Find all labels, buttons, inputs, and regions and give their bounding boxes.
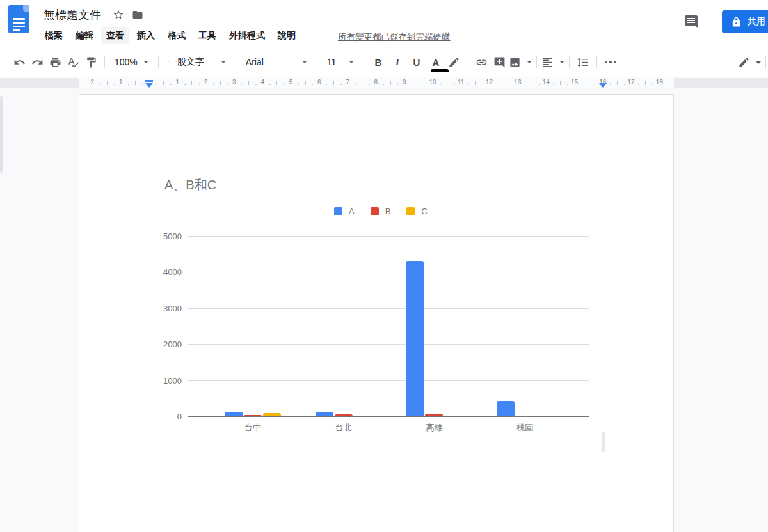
ruler-number: 10 xyxy=(429,79,436,86)
editing-mode-button[interactable] xyxy=(738,54,761,72)
left-indent-marker[interactable] xyxy=(145,83,153,88)
line-spacing-button[interactable] xyxy=(574,53,592,71)
ellipsis-icon xyxy=(605,61,616,63)
ruler-tick xyxy=(305,81,306,85)
ruler-tick xyxy=(589,81,589,85)
legend-swatch xyxy=(371,207,379,215)
menu-item-工具[interactable]: 工具 xyxy=(193,27,221,44)
paint-format-button[interactable] xyxy=(82,53,100,71)
ruler-number: 13 xyxy=(514,79,521,86)
ruler-number: 4 xyxy=(260,79,264,86)
undo-button[interactable] xyxy=(10,53,28,71)
paragraph-style-select[interactable]: 一般文字 xyxy=(163,53,231,71)
bar-A-高雄 xyxy=(406,261,424,416)
menu-bar: 檔案編輯查看插入格式工具外掛程式說明 xyxy=(38,27,302,45)
app-header: 無標題文件 檔案編輯查看插入格式工具外掛程式說明 所有變更都已儲存到雲端硬碟 共… xyxy=(0,0,768,47)
embedded-chart[interactable]: A、B和C ABC 010002000300040005000台中台北高雄桃園 xyxy=(79,95,675,478)
document-page[interactable]: A、B和C ABC 010002000300040005000台中台北高雄桃園 xyxy=(79,94,674,532)
document-canvas[interactable]: A、B和C ABC 010002000300040005000台中台北高雄桃園 xyxy=(0,88,768,532)
redo-button[interactable] xyxy=(28,53,46,71)
move-to-folder-icon[interactable] xyxy=(132,9,143,20)
y-axis-tick-label: 5000 xyxy=(148,231,182,241)
scrollbar-remnant xyxy=(0,96,3,173)
more-options-button[interactable] xyxy=(602,53,620,71)
y-axis-tick-label: 1000 xyxy=(148,375,182,385)
y-axis-tick-label: 0 xyxy=(148,412,182,421)
font-family-select[interactable]: Arial xyxy=(241,53,312,71)
document-title[interactable]: 無標題文件 xyxy=(44,7,101,22)
menu-item-編輯[interactable]: 編輯 xyxy=(70,27,99,44)
ruler-number: 6 xyxy=(317,79,321,86)
ruler-tick xyxy=(645,81,646,85)
legend-label: C xyxy=(421,207,427,216)
spelling-check-button[interactable] xyxy=(64,53,82,71)
ruler-number: 1 xyxy=(119,79,123,86)
legend-item-B: B xyxy=(371,207,391,216)
align-button[interactable] xyxy=(541,53,564,71)
bar-B-高雄 xyxy=(425,414,443,416)
highlight-color-button[interactable] xyxy=(445,53,463,71)
font-size-select[interactable]: 11 xyxy=(322,53,359,71)
star-icon[interactable] xyxy=(113,9,124,20)
ruler-number: 15 xyxy=(571,79,578,86)
chevron-down-icon xyxy=(221,61,226,63)
bold-button[interactable]: B xyxy=(369,53,388,71)
ruler-tick xyxy=(362,81,362,85)
x-axis-category-label: 台中 xyxy=(244,422,261,434)
ruler-number: 14 xyxy=(543,79,550,86)
ruler-tick xyxy=(107,81,108,85)
chart-title: A、B和C xyxy=(164,176,216,194)
bar-B-台北 xyxy=(335,414,353,416)
google-docs-logo-icon[interactable] xyxy=(8,5,29,33)
x-axis-category-label: 桃園 xyxy=(516,422,533,434)
menu-item-外掛程式[interactable]: 外掛程式 xyxy=(224,27,270,44)
legend-label: A xyxy=(349,207,355,216)
bar-group-台中 xyxy=(207,236,298,416)
italic-button[interactable]: I xyxy=(388,53,407,71)
text-color-button[interactable]: A xyxy=(426,53,445,71)
add-comment-button[interactable] xyxy=(491,53,509,71)
x-axis-category-label: 高雄 xyxy=(426,422,442,434)
legend-item-A: A xyxy=(334,207,355,216)
legend-swatch xyxy=(406,207,415,215)
print-button[interactable] xyxy=(46,53,64,71)
ruler-number: 11 xyxy=(458,79,464,86)
insert-link-button[interactable] xyxy=(473,53,491,71)
bar-C-台中 xyxy=(263,413,281,416)
y-axis-tick-label: 4000 xyxy=(148,267,182,277)
text-color-swatch xyxy=(431,69,449,72)
bar-A-桃園 xyxy=(497,401,515,416)
insert-image-button[interactable] xyxy=(509,53,532,71)
save-status[interactable]: 所有變更都已儲存到雲端硬碟 xyxy=(338,31,451,43)
share-button[interactable]: 共用 xyxy=(722,10,768,33)
menu-item-說明[interactable]: 說明 xyxy=(273,27,301,44)
open-comments-icon[interactable] xyxy=(684,14,699,29)
ruler-number: 18 xyxy=(656,79,663,86)
x-axis-category-label: 台北 xyxy=(335,422,352,434)
chevron-down-icon xyxy=(143,61,148,63)
menu-item-查看[interactable]: 查看 xyxy=(101,27,129,44)
bar-A-台北 xyxy=(316,412,333,416)
zoom-select[interactable]: 100% xyxy=(109,53,154,71)
ruler-tick xyxy=(135,81,136,85)
toolbar: 100% 一般文字 Arial 11 B I U A xyxy=(0,47,768,77)
menu-item-插入[interactable]: 插入 xyxy=(132,27,160,44)
ruler-number: 1 xyxy=(176,79,180,86)
page-scrollbar-thumb[interactable] xyxy=(602,432,605,452)
ruler-track: 21123456789101112131415161718 xyxy=(0,78,768,88)
menu-item-格式[interactable]: 格式 xyxy=(163,27,191,44)
first-line-indent-marker[interactable] xyxy=(145,80,153,82)
y-axis-tick-label: 3000 xyxy=(148,303,182,313)
ruler-tick xyxy=(447,81,447,85)
ruler-tick xyxy=(191,81,192,85)
ruler-number: 8 xyxy=(374,79,378,86)
ruler-tick xyxy=(163,81,164,85)
ruler-tick xyxy=(617,81,618,85)
bar-A-台中 xyxy=(225,412,243,416)
menu-item-檔案[interactable]: 檔案 xyxy=(40,27,68,44)
chevron-down-icon xyxy=(756,61,761,64)
ruler-tick xyxy=(276,81,277,85)
ruler-tick xyxy=(220,81,221,85)
right-indent-marker[interactable] xyxy=(599,83,607,88)
underline-button[interactable]: U xyxy=(407,53,426,71)
